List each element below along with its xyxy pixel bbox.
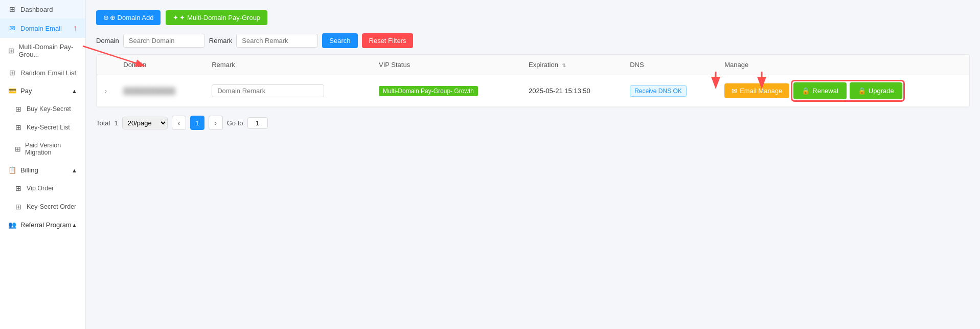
sidebar-item-random-email[interactable]: ⊞ Random Email List: [0, 63, 85, 82]
expand-icon[interactable]: ›: [105, 87, 107, 95]
sidebar-item-dashboard[interactable]: ⊞ Dashboard: [0, 0, 85, 18]
col-vip-status: VIP Status: [371, 55, 520, 75]
table-row: › ███████████ Multi-Domain Pay-Group- Gr…: [97, 75, 969, 107]
multi-domain-pay-group-button[interactable]: ✦ ✦ Multi-Domain Pay-Group: [166, 10, 267, 25]
vip-status-badge: Multi-Domain Pay-Group- Growth: [379, 86, 478, 96]
chevron-up-icon-billing: ▲: [72, 167, 77, 173]
expand-cell[interactable]: ›: [97, 75, 115, 107]
domain-remark-input[interactable]: [212, 84, 324, 97]
billing-icon: 📋: [8, 166, 16, 174]
referral-icon: 👥: [8, 221, 16, 229]
goto-label: Go to: [227, 119, 243, 127]
reset-filters-button[interactable]: Reset Filters: [362, 33, 414, 48]
remark-filter-label: Remark: [209, 37, 233, 45]
remark-cell[interactable]: [203, 75, 371, 107]
renewal-button[interactable]: 🔒 Renewal: [793, 82, 847, 99]
sidebar-item-domain-email[interactable]: ✉ Domain Email ↑: [0, 18, 85, 38]
lock-icon-upgrade: 🔒: [858, 87, 866, 95]
domain-value: ███████████: [123, 87, 175, 95]
pagination: Total 1 20/page 50/page 100/page ‹ 1 › G…: [96, 116, 970, 130]
billing-group-header[interactable]: 📋 Billing ▲: [0, 161, 85, 179]
chevron-up-icon: ▲: [72, 88, 77, 94]
key-secret-list-icon: ⊞: [14, 123, 22, 131]
filter-row: Domain Remark Search Reset Filters: [96, 33, 970, 48]
col-dns: DNS: [622, 55, 716, 75]
vip-status-cell: Multi-Domain Pay-Group- Growth: [371, 75, 520, 107]
sidebar-group-billing[interactable]: 📋 Billing ▲ ⊞ Vip Order ⊞ Key-Secret Ord…: [0, 161, 85, 216]
total-count: 1: [114, 119, 118, 127]
col-domain: Domain: [115, 55, 203, 75]
goto-input[interactable]: [247, 117, 268, 129]
domain-email-icon: ✉: [8, 24, 16, 32]
multi-domain-icon: ⊞: [8, 47, 15, 55]
plus-icon: ⊕: [103, 14, 109, 21]
dashboard-icon: ⊞: [8, 5, 16, 13]
col-remark: Remark: [203, 55, 371, 75]
email-manage-button[interactable]: ✉ Email Manage: [724, 83, 789, 98]
paid-migration-icon: ⊞: [14, 145, 21, 153]
sidebar-group-pay[interactable]: 💳 Pay ▲ ⊞ Buy Key-Secret ⊞ Key-Secret Li…: [0, 82, 85, 161]
domain-cell: ███████████: [115, 75, 203, 107]
search-button[interactable]: Search: [322, 33, 357, 48]
referral-group-header[interactable]: 👥 Referral Program ▲: [0, 216, 85, 234]
star-icon: ✦: [173, 14, 178, 21]
col-expiration: Expiration ⇅: [520, 55, 622, 75]
buy-key-icon: ⊞: [14, 105, 22, 113]
expiration-value: 2025-05-21 15:13:50: [529, 87, 590, 95]
sidebar-item-buy-key[interactable]: ⊞ Buy Key-Secret: [4, 100, 85, 118]
sidebar-item-multi-domain[interactable]: ⊞ Multi-Domain Pay-Grou...: [0, 38, 85, 63]
col-expand: [97, 55, 115, 75]
pay-group-header[interactable]: 💳 Pay ▲: [0, 82, 85, 100]
manage-cell: ✉ Email Manage 🔒 Renewal 🔒: [716, 75, 969, 107]
lock-icon-renewal: 🔒: [802, 87, 810, 95]
sidebar-group-referral[interactable]: 👥 Referral Program ▲: [0, 216, 85, 234]
sidebar-item-vip-order[interactable]: ⊞ Vip Order: [4, 179, 85, 198]
domain-filter-label: Domain: [96, 37, 119, 45]
page-size-select[interactable]: 20/page 50/page 100/page: [122, 117, 168, 129]
upgrade-button[interactable]: 🔒 Upgrade: [850, 82, 902, 99]
sidebar-item-paid-migration[interactable]: ⊞ Paid Version Migration: [4, 137, 85, 161]
arrow-indicator: ↑: [73, 24, 77, 33]
col-manage: Manage: [716, 55, 969, 75]
pay-icon: 💳: [8, 87, 16, 95]
remark-search-input[interactable]: [236, 34, 318, 48]
next-page-button[interactable]: ›: [209, 116, 223, 130]
top-actions: ⊕ ⊕ Domain Add ✦ ✦ Multi-Domain Pay-Grou…: [96, 10, 970, 25]
prev-page-button[interactable]: ‹: [172, 116, 186, 130]
domain-search-input[interactable]: [123, 34, 205, 48]
email-icon: ✉: [732, 87, 737, 95]
dns-status-badge: Receive DNS OK: [630, 85, 687, 97]
dns-cell: Receive DNS OK: [622, 75, 716, 107]
chevron-up-icon-referral: ▲: [72, 222, 77, 228]
total-label: Total: [96, 119, 110, 127]
page-1-button[interactable]: 1: [190, 116, 204, 130]
key-secret-order-icon: ⊞: [14, 203, 22, 211]
sort-icon-expiration: ⇅: [562, 62, 566, 68]
domain-table: Domain Remark VIP Status Expiration ⇅ DN…: [96, 54, 970, 107]
sidebar-item-key-secret-order[interactable]: ⊞ Key-Secret Order: [4, 198, 85, 216]
expiration-cell: 2025-05-21 15:13:50: [520, 75, 622, 107]
vip-order-icon: ⊞: [14, 184, 22, 192]
random-email-icon: ⊞: [8, 69, 16, 77]
domain-add-button[interactable]: ⊕ ⊕ Domain Add: [96, 10, 161, 25]
sidebar-item-key-secret-list[interactable]: ⊞ Key-Secret List: [4, 118, 85, 137]
